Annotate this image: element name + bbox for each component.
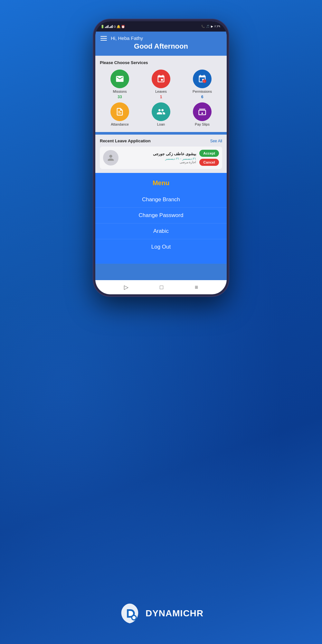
signal-icon-2 — [109, 25, 113, 28]
leave-info: بيشوى عاطف زكى جورجى ٢١ ديسمبر - ٢١ ديسم… — [122, 152, 196, 164]
wifi-icon: ⊙ — [113, 25, 116, 28]
accept-button[interactable]: Accept — [199, 150, 219, 157]
service-payslips[interactable]: Pay Slips — [182, 102, 222, 126]
leave-dates: ٢١ ديسمبر - ٢١ ديسمبر — [122, 157, 196, 160]
menu-title: Menu — [153, 179, 169, 187]
status-right: 📞 🎵 ▶ ٢:٣٩ — [201, 25, 220, 28]
phone-screen: 🔋 ⊙ — [95, 21, 227, 294]
phone-wrapper: 🔋 ⊙ — [93, 19, 229, 296]
greeting-text: Hi, Heba Fathy — [111, 35, 143, 41]
leaves-count: 1 — [160, 95, 162, 99]
phone-frame: 🔋 ⊙ — [93, 19, 229, 296]
brand-section: DYNAMICHR — [118, 602, 204, 625]
payslips-label: Pay Slips — [195, 122, 210, 126]
missions-icon — [110, 70, 129, 88]
service-attendance[interactable]: Attandance — [100, 102, 140, 126]
payslips-svg — [198, 107, 207, 116]
leave-card: بيشوى عاطف زكى جورجى ٢١ ديسمبر - ٢١ ديسم… — [100, 147, 222, 169]
menu-item-log-out[interactable]: Log Out — [95, 239, 227, 255]
hamburger-button[interactable] — [100, 36, 107, 41]
phone-notch — [138, 21, 184, 30]
loan-svg — [156, 107, 166, 116]
services-card: Please Choose Services Missions — [95, 56, 227, 132]
brand-name-text: DYNAMICHR — [146, 608, 204, 619]
header-top: Hi, Heba Fathy — [100, 35, 222, 41]
permissions-icon: ! — [193, 70, 212, 88]
permissions-svg: ! — [198, 74, 207, 83]
missions-count: 33 — [118, 95, 122, 99]
service-permissions[interactable]: ! Permissions 6 — [182, 70, 222, 99]
notification-icon: 🔔 — [117, 25, 120, 28]
svg-point-3 — [132, 616, 136, 620]
payslips-icon — [193, 102, 212, 121]
attendance-svg — [115, 107, 124, 116]
attendance-label: Attandance — [111, 122, 129, 126]
loan-label: Loan — [157, 122, 165, 126]
phone-status-icon: 📞 — [201, 25, 205, 28]
leave-type: اجازة مرضى — [122, 160, 196, 164]
recent-header: Recent Leave Application See All — [100, 138, 222, 143]
menu-item-change-branch[interactable]: Change Branch — [95, 192, 227, 208]
time-of-day: Good Afternoon — [100, 42, 222, 51]
svg-text:!: ! — [204, 80, 204, 83]
leave-applicant-name: بيشوى عاطف زكى جورجى — [122, 152, 196, 156]
cancel-button[interactable]: Cancel — [199, 159, 219, 166]
see-all-link[interactable]: See All — [210, 139, 222, 143]
alarm-icon: ⏰ — [121, 25, 125, 28]
nav-menu-button[interactable]: ≡ — [195, 284, 198, 291]
leaves-label: Leaves — [155, 90, 166, 93]
permissions-label: Permissions — [193, 90, 212, 93]
bottom-nav: ▷ □ ≡ — [95, 280, 227, 294]
nav-home-button[interactable]: □ — [160, 284, 163, 291]
menu-overlay: Menu Change Branch Change Password Arabi… — [95, 173, 227, 264]
svg-point-0 — [203, 79, 206, 83]
menu-item-change-password[interactable]: Change Password — [95, 208, 227, 223]
missions-label: Missions — [113, 90, 127, 93]
menu-item-arabic[interactable]: Arabic — [95, 223, 227, 239]
attendance-icon — [110, 102, 129, 121]
brand-logo — [118, 602, 141, 625]
app-header: Hi, Heba Fathy Good Afternoon — [95, 32, 227, 56]
recent-title: Recent Leave Application — [100, 138, 151, 143]
permissions-count: 6 — [201, 95, 204, 99]
leaves-icon — [152, 70, 170, 88]
services-grid: Missions 33 Leaves — [100, 70, 222, 126]
video-icon: ▶ — [211, 25, 213, 28]
service-loan[interactable]: Loan — [141, 102, 181, 126]
loan-icon — [152, 102, 170, 121]
service-leaves[interactable]: Leaves 1 — [141, 70, 181, 99]
app-body: Please Choose Services Missions — [95, 56, 227, 280]
leave-actions: Accept Cancel — [199, 150, 219, 166]
battery-icon: 🔋 — [100, 25, 104, 28]
status-left: 🔋 ⊙ — [100, 25, 125, 28]
avatar-icon — [106, 153, 115, 162]
service-missions[interactable]: Missions 33 — [100, 70, 140, 99]
services-title: Please Choose Services — [100, 60, 222, 65]
status-time: ٢:٣٩ — [214, 25, 220, 28]
signal-icon — [105, 25, 109, 28]
music-icon: 🎵 — [206, 25, 210, 28]
leave-avatar — [103, 150, 118, 166]
leaves-svg — [156, 74, 166, 83]
missions-svg — [115, 74, 124, 83]
nav-back-button[interactable]: ▷ — [124, 284, 128, 291]
recent-leave-section: Recent Leave Application See All بيشوى ع… — [95, 135, 227, 173]
